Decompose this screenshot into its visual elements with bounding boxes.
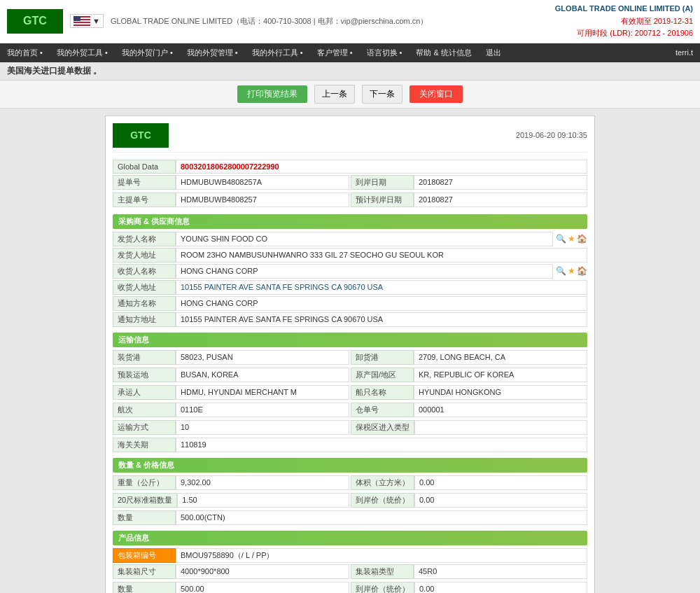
global-data-label: Global Data [113, 160, 176, 174]
consignee-search-icon[interactable]: 🔍 [556, 266, 566, 276]
quantity-label: 数量 [113, 510, 176, 525]
next-button[interactable]: 下一条 [362, 85, 402, 104]
arrival-date-row: 到岸日期 20180827 [351, 175, 587, 190]
loading-port-label: 装货港 [113, 350, 176, 365]
transport-title: 运输信息 [113, 333, 587, 347]
estimated-date-row: 预计到岸日期 20180827 [351, 193, 587, 207]
voyage-row: 航次 0110E [113, 403, 349, 417]
consignee-home-icon[interactable]: 🏠 [577, 266, 587, 276]
voyage-value: 0110E [176, 403, 349, 417]
vessel-label: 船只名称 [351, 385, 414, 400]
close-button[interactable]: 关闭窗口 [410, 85, 463, 103]
buyer-supplier-section: 采购商 & 供应商信息 发货人名称 YOUNG SHIN FOOD CO 🔍 ★… [113, 214, 587, 327]
top-toolbar: 打印预览结果 上一条 下一条 关闭窗口 [0, 81, 700, 109]
shipper-name-value: YOUNG SHIN FOOD CO [176, 232, 553, 246]
unit-price-row: 到岸价（统价） 0.00 [351, 493, 587, 508]
unloading-port-label: 卸货港 [351, 350, 414, 365]
header: GTC ▼ GLOBAL TRADE ONLINE LIMITED（电话：400… [0, 0, 700, 43]
notify-addr-value: 10155 PAINTER AVE SANTA FE SPRINGS CA 90… [176, 312, 587, 327]
unloading-port-row: 卸货港 2709, LONG BEACH, CA [351, 350, 587, 365]
record-header: GTC 2019-06-20 09:10:35 [113, 123, 587, 153]
consignee-addr-link[interactable]: 10155 PAINTER AVE SANTA FE SPRINGS CA 90… [181, 283, 383, 291]
container-no-label: 包装箱编号 [113, 548, 176, 563]
quantity-value: 500.00(CTN) [176, 510, 587, 525]
consignee-name-label: 收货人名称 [113, 264, 176, 279]
master-bill-label: 主提单号 [113, 193, 176, 207]
nav-trade-tools[interactable]: 我的外贸工具 • [50, 43, 115, 62]
arrival-date-value: 20180827 [414, 175, 587, 190]
master-bill-row: 主提单号 HDMUBUWB4808257 [113, 193, 349, 207]
nav-trade-mgmt[interactable]: 我的外贸管理 • [180, 43, 245, 62]
unit-price-label: 到岸价（统价） [351, 493, 414, 508]
header-right: GLOBAL TRADE ONLINE LIMITED (A) 有效期至 201… [555, 3, 693, 40]
notify-addr-label: 通知方地址 [113, 312, 176, 327]
shipper-name-label: 发货人名称 [113, 232, 176, 246]
consignee-star-icon[interactable]: ★ [568, 266, 575, 276]
carrier-row: 承运人 HDMU, HYUNDAI MERCHANT M [113, 385, 349, 400]
volume-value: 0.00 [414, 475, 587, 490]
containers-value: 1.50 [177, 493, 349, 508]
loading-place-row: 预装运地 BUSAN, KOREA [113, 368, 349, 382]
containers-row: 20尺标准箱数量 1.50 [113, 493, 349, 508]
quantity-price-section: 数量 & 价格信息 重量（公斤） 9,302.00 体积（立方米） 0.00 2… [113, 458, 587, 525]
volume-row: 体积（立方米） 0.00 [351, 475, 587, 490]
notify-name-row: 通知方名称 HONG CHANG CORP [113, 296, 587, 311]
nav-logout[interactable]: 退出 [479, 43, 508, 62]
loading-place-label: 预装运地 [113, 368, 176, 382]
nav-language[interactable]: 语言切换 • [360, 43, 410, 62]
shipper-home-icon[interactable]: 🏠 [577, 234, 587, 244]
carrier-label: 承运人 [113, 385, 176, 400]
page-title: 美国海关进口提单数据 。 [0, 62, 700, 81]
weight-value: 9,302.00 [176, 475, 349, 490]
print-button[interactable]: 打印预览结果 [237, 85, 307, 103]
product-quantity-value: 500.00 [176, 582, 349, 593]
warehouse-label: 仓单号 [351, 403, 414, 417]
container-size-value: 4000*900*800 [176, 564, 349, 579]
origin-label: 原产国/地区 [351, 368, 414, 382]
nav-help[interactable]: 帮助 & 统计信息 [409, 43, 478, 62]
voyage-label: 航次 [113, 403, 176, 417]
shipper-search-icon[interactable]: 🔍 [556, 234, 566, 244]
validity: 有效期至 2019-12-31 [555, 15, 693, 28]
flag-us-icon [74, 16, 90, 26]
ftz-label: 保税区进入类型 [351, 420, 414, 435]
loading-port-value: 58023, PUSAN [176, 350, 349, 365]
unit-price-value: 0.00 [414, 493, 587, 508]
weight-label: 重量（公斤） [113, 475, 176, 490]
nav-customer-mgmt[interactable]: 客户管理 • [310, 43, 360, 62]
prev-button[interactable]: 上一条 [314, 85, 355, 104]
consignee-name-value: HONG CHANG CORP [176, 264, 553, 279]
shipper-star-icon[interactable]: ★ [568, 234, 575, 244]
header-left: GTC ▼ GLOBAL TRADE ONLINE LIMITED（电话：400… [7, 9, 428, 34]
container-type-label: 集装箱类型 [351, 564, 414, 579]
bill-number-row: 提单号 HDMUBUWB4808257A [113, 175, 349, 190]
transport-section: 运输信息 装货港 58023, PUSAN 卸货港 2709, LONG BEA… [113, 333, 587, 452]
nav-home[interactable]: 我的首页 • [0, 43, 50, 62]
volume-label: 体积（立方米） [351, 475, 414, 490]
product-section: 产品信息 包装箱编号 BMOU9758890（/ L / PP） 集装箱尺寸 4… [113, 531, 587, 593]
loading-place-value: BUSAN, KOREA [176, 368, 349, 382]
quantity-price-title: 数量 & 价格信息 [113, 458, 587, 473]
customs-date-row: 海关关期 110819 [113, 438, 587, 452]
contact-info: GLOBAL TRADE ONLINE LIMITED（电话：400-710-3… [111, 16, 428, 27]
language-dropdown-icon: ▼ [92, 17, 100, 25]
nav-foreign-tools[interactable]: 我的外行工具 • [245, 43, 310, 62]
shipper-addr-label: 发货人地址 [113, 248, 176, 263]
container-no-row: 包装箱编号 BMOU9758890（/ L / PP） [113, 548, 587, 563]
vessel-row: 船只名称 HYUNDAI HONGKONG [351, 385, 587, 400]
estimated-date-label: 预计到岸日期 [351, 193, 414, 207]
master-bill-value: HDMUBUWB4808257 [176, 193, 349, 207]
weight-row: 重量（公斤） 9,302.00 [113, 475, 349, 490]
nav-trade-portal[interactable]: 我的外贸门户 • [115, 43, 180, 62]
language-selector[interactable]: ▼ [70, 14, 104, 28]
shipper-icons: 🔍 ★ 🏠 [553, 232, 587, 246]
containers-label: 20尺标准箱数量 [113, 493, 177, 508]
bill-number-label: 提单号 [113, 175, 176, 190]
main-content: GTC 2019-06-20 09:10:35 Global Data 8003… [0, 109, 700, 593]
record-logo: GTC [113, 123, 169, 148]
product-unit-price-label: 到岸价（统价） [351, 582, 414, 593]
warehouse-row: 仓单号 000001 [351, 403, 587, 417]
nav-user: terri.t [668, 44, 700, 61]
logo-gtc-text: GTC [23, 15, 47, 27]
logo-box: GTC [7, 9, 63, 34]
